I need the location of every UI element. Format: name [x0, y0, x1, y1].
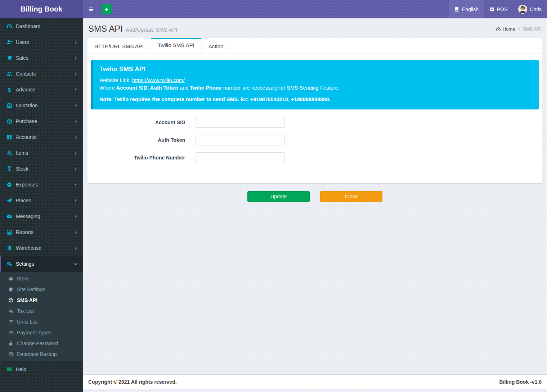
sidebar-subitem-store[interactable]: Store: [0, 273, 83, 284]
top-navbar: English POS Chris: [83, 0, 547, 18]
sidebar-subitem-tax-list[interactable]: %Tax List: [0, 306, 83, 316]
users-icon: [6, 71, 12, 77]
hourglass-icon: [6, 166, 12, 172]
sidebar-item-purchase[interactable]: Purchase: [0, 113, 83, 129]
sidebar-item-contacts[interactable]: Contacts: [0, 66, 83, 82]
sidebar-item-places[interactable]: Places: [0, 193, 83, 208]
hamburger-icon: [88, 6, 94, 12]
twilio-website-link[interactable]: https://www.twilio.com/: [132, 77, 185, 83]
callout-title: Twilio SMS API: [99, 66, 528, 73]
version-text: Billing Book -v1.0: [499, 379, 542, 385]
sidebar-item-quotation[interactable]: Quotation: [0, 98, 83, 113]
twilio-info-callout: Twilio SMS API Website Link: https://www…: [91, 60, 539, 109]
gears-icon: [6, 261, 12, 267]
settings-submenu: Store Site Settings SMS API %Tax List Un…: [0, 272, 83, 361]
percent-icon: %: [8, 308, 13, 314]
building-icon: [6, 245, 12, 251]
lock-icon: [8, 341, 13, 346]
home-icon: [496, 27, 501, 32]
form-row: Auth Token: [91, 135, 539, 145]
chevron-left-icon: [74, 199, 78, 203]
sidebar-subitem-change-password[interactable]: Change Password: [0, 338, 83, 349]
sms-api-card: HTTP/URL SMS API Twilio SMS API Action T…: [88, 38, 542, 183]
chevron-left-icon: [74, 167, 78, 171]
sidebar-item-items[interactable]: Items: [0, 145, 83, 161]
cube-icon: [8, 298, 13, 303]
form-row: Account SID: [91, 117, 539, 128]
sidebar: Dashboard Users Sales Contacts $Advance …: [0, 18, 83, 392]
tab-http-url-sms-api[interactable]: HTTP/URL SMS API: [88, 38, 151, 53]
sidebar-item-users[interactable]: Users: [0, 34, 83, 50]
cubes-icon: [6, 150, 12, 156]
sidebar-subitem-site-settings[interactable]: Site Settings: [0, 284, 83, 295]
sidebar-subitem-units-list[interactable]: Units List: [0, 316, 83, 327]
sidebar-item-reports[interactable]: Reports: [0, 224, 83, 240]
callout-note: Note: Twilio requires the complete numbe…: [99, 96, 528, 103]
dollar-icon: $: [6, 87, 12, 93]
close-button[interactable]: Close: [320, 191, 382, 202]
chevron-left-icon: [74, 230, 78, 234]
sidebar-subitem-database-backup[interactable]: Database Backup: [0, 349, 83, 360]
sidebar-item-expenses[interactable]: Expenses: [0, 177, 83, 193]
top-header: Billing Book English POS Chris: [0, 0, 547, 18]
database-icon: [8, 352, 13, 357]
chevron-left-icon: [74, 183, 78, 187]
language-label: English: [462, 6, 479, 12]
breadcrumb: Home > SMS API: [496, 26, 542, 32]
tab-bar: HTTP/URL SMS API Twilio SMS API Action: [88, 38, 542, 54]
list-icon: [8, 319, 13, 324]
sidebar-item-accounts[interactable]: Accounts: [0, 129, 83, 145]
language-menu[interactable]: English: [449, 0, 484, 18]
app-title: Billing Book: [21, 5, 63, 13]
sidebar-subitem-sms-api[interactable]: SMS API: [0, 295, 83, 306]
chevron-down-icon: [74, 262, 78, 266]
sidebar-item-dashboard[interactable]: Dashboard: [0, 18, 83, 34]
callout-website-line: Website Link: https://www.twilio.com/: [99, 77, 528, 84]
chevron-left-icon: [74, 104, 78, 108]
pos-button[interactable]: POS: [484, 0, 513, 18]
sidebar-item-stock[interactable]: Stock: [0, 161, 83, 177]
user-plus-icon: [6, 39, 12, 45]
chevron-left-icon: [74, 88, 78, 92]
tab-action[interactable]: Action: [202, 38, 231, 53]
tab-content: Twilio SMS API Website Link: https://www…: [88, 54, 542, 183]
chevron-left-icon: [74, 215, 78, 218]
plus-square-icon: [489, 7, 494, 12]
breadcrumb-home-link[interactable]: Home: [496, 26, 515, 32]
auth-token-label: Auth Token: [91, 137, 185, 143]
app-logo[interactable]: Billing Book: [0, 0, 83, 18]
copyright-text: Copyright © 2021 All rights reserved.: [88, 379, 177, 385]
sidebar-subitem-payment-types[interactable]: Payment Types: [0, 327, 83, 338]
footer: Copyright © 2021 All rights reserved. Bi…: [83, 374, 547, 389]
user-menu[interactable]: Chris: [513, 0, 547, 18]
chevron-left-icon: [74, 56, 78, 60]
tab-twilio-sms-api[interactable]: Twilio SMS API: [151, 38, 202, 53]
chevron-left-icon: [74, 246, 78, 250]
plus-icon: [104, 7, 109, 12]
sidebar-item-advance[interactable]: $Advance: [0, 82, 83, 98]
paper-plane-icon: [6, 198, 12, 203]
minus-circle-icon: [6, 182, 12, 188]
chevron-left-icon: [74, 151, 78, 155]
briefcase-icon: [8, 276, 13, 281]
sidebar-toggle-button[interactable]: [83, 0, 99, 18]
sidebar-item-sales[interactable]: Sales: [0, 50, 83, 66]
language-icon: [454, 6, 459, 12]
app-window: Billing Book English POS Chris Da: [0, 0, 547, 392]
twilio-phone-number-input[interactable]: [196, 152, 285, 163]
page-subtitle: Add/Update SMS API: [126, 27, 177, 33]
sidebar-item-settings[interactable]: Settings: [0, 256, 83, 272]
twilio-form: Account SID Auth Token Twilio Phone Numb…: [91, 117, 539, 163]
book-icon: [6, 366, 12, 372]
quick-add-button[interactable]: [102, 4, 112, 14]
account-sid-input[interactable]: [196, 117, 285, 128]
cart-icon: [6, 55, 12, 61]
auth-token-input[interactable]: [196, 135, 285, 145]
sidebar-item-help[interactable]: Help: [0, 361, 83, 377]
grid-icon: [6, 134, 12, 140]
sidebar-item-warehouse[interactable]: Warehouse: [0, 240, 83, 256]
avatar: [518, 5, 527, 14]
update-button[interactable]: Update: [247, 191, 310, 202]
breadcrumb-separator: >: [517, 26, 520, 32]
sidebar-item-messaging[interactable]: Messaging: [0, 208, 83, 224]
